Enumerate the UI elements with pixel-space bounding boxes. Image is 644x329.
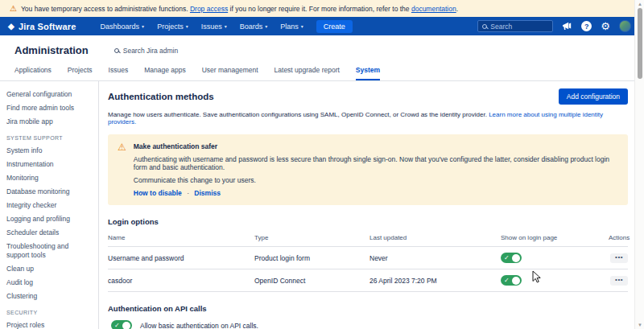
row-actions-button[interactable]: ••• bbox=[610, 253, 628, 263]
column-header-actions: Actions bbox=[609, 229, 628, 247]
section-title-authentication-methods: Authentication methods bbox=[108, 92, 214, 101]
banner-text: You have temporary access to administrat… bbox=[21, 5, 458, 13]
drop-access-link[interactable]: Drop access bbox=[190, 5, 228, 13]
check-icon: ✓ bbox=[114, 323, 120, 329]
sidebar-item-find-more-admin-tools[interactable]: Find more admin tools bbox=[6, 104, 92, 113]
sidebar-item-jira-mobile-app[interactable]: Jira mobile app bbox=[6, 117, 92, 126]
scroll-up-arrow-icon[interactable]: ▲ bbox=[635, 1, 644, 7]
menu-dashboards-label: Dashboards bbox=[101, 23, 140, 31]
menu-plans-label: Plans bbox=[280, 23, 299, 31]
chevron-down-icon: ▾ bbox=[186, 23, 188, 29]
announcements-icon[interactable] bbox=[562, 22, 572, 31]
row-actions-button[interactable]: ••• bbox=[610, 276, 628, 286]
show-on-login-toggle[interactable]: ✓ bbox=[501, 253, 522, 263]
tab-manage-apps[interactable]: Manage apps bbox=[144, 63, 186, 80]
chevron-down-icon: ▾ bbox=[265, 23, 267, 29]
tab-applications[interactable]: Applications bbox=[14, 63, 52, 80]
sidebar-item-instrumentation[interactable]: Instrumentation bbox=[6, 160, 92, 169]
api-auth-toggle-label: Allow basic authentication on API calls. bbox=[140, 322, 482, 329]
sidebar-item-project-roles[interactable]: Project roles bbox=[6, 321, 92, 329]
dot-separator: · bbox=[187, 189, 189, 197]
page-title: Administration bbox=[14, 44, 89, 56]
warning-line-2: Communicate this change to your users. bbox=[134, 176, 617, 184]
jira-logo[interactable]: ◆ Jira Software bbox=[8, 22, 76, 31]
menu-dashboards[interactable]: Dashboards ▾ bbox=[101, 23, 145, 31]
scroll-down-arrow-icon[interactable]: ▼ bbox=[635, 322, 644, 328]
sidebar-item-system-info[interactable]: System info bbox=[6, 146, 92, 155]
tab-issues[interactable]: Issues bbox=[109, 63, 129, 80]
login-option-last-updated: 26 April 2023 7:20 PM bbox=[369, 269, 501, 292]
api-auth-text: Allow basic authentication on API calls.… bbox=[140, 320, 482, 329]
login-option-last-updated: Never bbox=[369, 247, 501, 269]
login-option-name: casdoor bbox=[108, 269, 254, 292]
login-options-table: Name Type Last updated Show on login pag… bbox=[108, 229, 628, 292]
sidebar-item-database-monitoring[interactable]: Database monitoring bbox=[6, 187, 92, 196]
sidebar-section-system-support: SYSTEM SUPPORT bbox=[6, 135, 92, 141]
sidebar-item-general-configuration[interactable]: General configuration bbox=[6, 90, 92, 99]
login-option-name: Username and password bbox=[108, 247, 254, 269]
vertical-scrollbar[interactable]: ▲ ▼ bbox=[634, 0, 644, 329]
banner-text-3: . bbox=[456, 5, 458, 13]
warning-title: Make authentication safer bbox=[134, 142, 617, 150]
menu-plans[interactable]: Plans ▾ bbox=[280, 23, 303, 31]
banner-text-1: You have temporary access to administrat… bbox=[21, 5, 188, 13]
admin-search-input[interactable]: Search Jira admin bbox=[114, 47, 179, 55]
sidebar-item-monitoring[interactable]: Monitoring bbox=[6, 174, 92, 183]
chevron-down-icon: ▾ bbox=[142, 23, 144, 29]
allow-basic-auth-toggle[interactable]: ✓ bbox=[111, 320, 132, 329]
login-options-title: Login options bbox=[108, 217, 628, 226]
check-icon: ✓ bbox=[504, 255, 510, 261]
sidebar-item-scheduler-details[interactable]: Scheduler details bbox=[6, 228, 92, 237]
global-search-placeholder: Search bbox=[490, 23, 512, 31]
toggle-knob bbox=[512, 277, 520, 285]
body-wrap: General configuration Find more admin to… bbox=[0, 81, 644, 329]
navbar-menus: Dashboards ▾ Projects ▾ Issues ▾ Boards … bbox=[101, 23, 303, 31]
admin-search-placeholder: Search Jira admin bbox=[123, 47, 179, 55]
sidebar-item-troubleshooting[interactable]: Troubleshooting and support tools bbox=[6, 242, 92, 260]
check-icon: ✓ bbox=[504, 278, 510, 284]
main-head: Authentication methods Add configuration bbox=[108, 88, 628, 105]
show-on-login-toggle[interactable]: ✓ bbox=[501, 275, 522, 286]
sidebar-item-logging-and-profiling[interactable]: Logging and profiling bbox=[6, 215, 92, 224]
search-icon bbox=[114, 48, 119, 53]
admin-header: Administration Search Jira admin bbox=[0, 35, 644, 63]
tab-latest-upgrade-report[interactable]: Latest upgrade report bbox=[275, 63, 340, 80]
sidebar-item-integrity-checker[interactable]: Integrity checker bbox=[6, 201, 92, 210]
sidebar-item-clustering[interactable]: Clustering bbox=[6, 292, 92, 301]
menu-boards-label: Boards bbox=[240, 23, 263, 31]
tab-user-management[interactable]: User management bbox=[202, 63, 258, 80]
login-option-type: Product login form bbox=[254, 247, 369, 269]
column-header-show-on-login-page: Show on login page bbox=[501, 229, 609, 247]
gear-icon[interactable]: ⚙ bbox=[601, 21, 610, 31]
sidebar-item-clean-up[interactable]: Clean up bbox=[6, 265, 92, 273]
how-to-disable-link[interactable]: How to disable bbox=[134, 189, 182, 197]
documentation-link[interactable]: documentation bbox=[411, 5, 456, 13]
menu-projects-label: Projects bbox=[157, 23, 184, 31]
warning-links: How to disable · Dismiss bbox=[134, 189, 617, 197]
search-icon bbox=[482, 24, 487, 29]
banner-text-2: if you no longer require it. For more in… bbox=[230, 5, 410, 13]
tab-system[interactable]: System bbox=[356, 63, 380, 80]
table-row: Username and password Product login form… bbox=[108, 247, 628, 269]
add-configuration-button[interactable]: Add configuration bbox=[559, 88, 628, 105]
menu-boards[interactable]: Boards ▾ bbox=[240, 23, 268, 31]
help-icon[interactable]: ? bbox=[581, 21, 592, 31]
user-avatar[interactable] bbox=[619, 20, 631, 32]
api-auth-row: ✓ Allow basic authentication on API call… bbox=[108, 320, 628, 329]
scrollbar-thumb[interactable] bbox=[638, 8, 642, 79]
global-search-input[interactable]: Search bbox=[477, 20, 553, 32]
description-text: Manage how users authenticate. Save auth… bbox=[108, 111, 487, 118]
temporary-access-banner: ⚠ You have temporary access to administr… bbox=[0, 0, 644, 17]
tab-projects[interactable]: Projects bbox=[68, 63, 93, 80]
warning-icon: ⚠ bbox=[118, 142, 126, 197]
menu-projects[interactable]: Projects ▾ bbox=[157, 23, 188, 31]
column-header-type: Type bbox=[254, 229, 369, 247]
table-header-row: Name Type Last updated Show on login pag… bbox=[108, 229, 628, 247]
column-header-last-updated: Last updated bbox=[369, 229, 501, 247]
dismiss-link[interactable]: Dismiss bbox=[194, 189, 221, 197]
main-content: Authentication methods Add configuration… bbox=[99, 81, 644, 329]
make-authentication-safer-warning: ⚠ Make authentication safer Authenticati… bbox=[108, 134, 628, 205]
create-button[interactable]: Create bbox=[316, 20, 353, 33]
menu-issues[interactable]: Issues ▾ bbox=[201, 23, 227, 31]
sidebar-item-audit-log[interactable]: Audit log bbox=[6, 278, 92, 287]
